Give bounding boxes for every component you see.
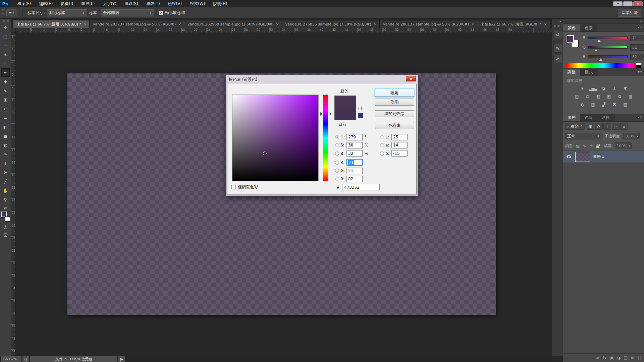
adjustments-panel-tab-tab[interactable]: 樣式 [580,69,597,76]
blend-mode-select[interactable]: 正常 ⇕ [565,133,601,139]
saturation-brightness-field[interactable] [232,95,319,181]
layer-mask-icon[interactable]: ▣ [610,356,613,360]
filter-type-layers-icon[interactable]: T [603,123,611,130]
slider-thumb[interactable] [599,58,602,61]
filter-adjustment-layers-icon[interactable]: ◔ [595,123,603,130]
gradient-tool[interactable]: ◧ [1,123,10,131]
dodge-tool[interactable]: ◐ [1,141,10,149]
layer-thumbnail[interactable] [575,152,590,162]
eraser-tool[interactable]: ▰ [1,114,10,122]
status-icon[interactable]: ◷ [22,356,29,362]
layer-style-icon[interactable]: fx [603,356,606,360]
layers-panel-tab-active[interactable]: 圖層 [563,114,580,121]
curves-icon[interactable]: ◪ [600,85,608,92]
black-swatch[interactable] [636,65,641,68]
color-spectrum-bar[interactable] [566,63,641,68]
link-layers-icon[interactable]: ∞ [596,356,599,360]
layers-panel-tab-tab[interactable]: 色版 [580,114,597,121]
checkbox-checked-icon[interactable]: ✓ [159,11,163,15]
status-menu-arrow-icon[interactable]: ▶ [118,356,125,362]
show-sampling-ring-option[interactable]: ✓ 顯示取樣環 [159,10,185,16]
tool-presets-panel-icon[interactable]: ✐ [553,55,562,63]
white-swatch[interactable] [636,63,641,65]
line-tool[interactable]: ╱ [1,177,10,186]
marquee-tool[interactable]: ⬚ [1,32,10,41]
field-b-input[interactable]: -15 [391,150,408,157]
sample-select[interactable]: 全部圖層 ⇕ [101,9,154,16]
hue-saturation-icon[interactable]: ▤ [573,93,581,100]
layers-panel-tab-tab[interactable]: 路徑 [597,114,614,121]
pen-tool[interactable]: ✑ [1,150,10,159]
hue-slider-left-arrow[interactable] [320,112,322,116]
document-tab[interactable]: yande.re 283737 sample.jpg @ 50% (RGB/8)… [90,20,184,28]
foreground-background-swatches[interactable] [1,212,10,222]
b-value-field[interactable]: 82 [630,54,644,60]
color-balance-icon[interactable]: ⚖ [584,93,592,100]
menu-item[interactable]: 視窗(W) [186,0,209,7]
hue-slider[interactable] [323,95,328,181]
field-S-input[interactable]: 38 [346,142,363,148]
eyedropper-tool[interactable]: ✒ [1,68,10,77]
adjustments-panel-tab-active[interactable]: 調整 [563,69,580,76]
swap-colors-icon[interactable]: ⇄ [4,206,7,209]
quick-mask-button[interactable]: ◎ [3,224,7,229]
opacity-field[interactable]: 100% ▾ [623,133,640,139]
minimize-button[interactable]: ─ [613,1,623,6]
menu-item[interactable]: 檢視(V) [164,0,186,7]
tab-close-icon[interactable]: × [471,22,474,26]
field-a-input[interactable]: 14 [391,142,408,148]
brush-presets-panel-icon[interactable]: ✎ [553,44,562,53]
layer-filter-kind-select[interactable]: ⌕ 種類 ⇕ [565,123,585,130]
path-selection-tool[interactable]: ➤ [1,168,10,177]
crop-tool[interactable]: ⌗ [1,59,10,68]
field-B-input[interactable]: 82 [346,176,363,182]
close-button[interactable]: × [633,1,643,6]
color-libraries-button[interactable]: 色彩庫 [375,122,414,129]
menu-item[interactable]: 影像(I) [57,0,77,7]
new-layer-icon[interactable]: ⊞ [631,356,634,360]
panel-menu-icon[interactable]: ▾≡ [638,70,642,73]
field-L-input[interactable]: 25 [391,134,408,140]
color-lookup-icon[interactable]: ▦ [627,93,635,100]
radio-S[interactable] [335,143,339,147]
blur-tool[interactable]: ● [1,132,10,140]
b-slider[interactable] [588,55,628,58]
radio-a[interactable] [380,143,384,147]
radio-H[interactable] [335,135,339,139]
hand-tool[interactable]: ✋ [1,186,10,195]
horizontal-ruler[interactable]: 6420246810121416182022242628303234363840… [16,28,552,33]
radio-B[interactable] [335,152,339,156]
menu-item[interactable]: 選取(S) [120,0,142,7]
expand-panels-icon[interactable]: » [557,19,563,24]
r-slider[interactable] [588,37,628,39]
filter-pixel-layers-icon[interactable]: ▣ [587,123,594,130]
new-adjustment-layer-icon[interactable]: ◑ [617,356,621,360]
lasso-tool[interactable]: ∽ [1,41,10,50]
vertical-ruler[interactable]: 6420246810121416182022242628303234363840… [11,33,16,356]
tab-close-icon[interactable]: × [178,22,181,26]
visibility-toggle[interactable] [565,155,573,158]
brightness-contrast-icon[interactable]: ☀ [578,85,586,92]
only-web-colors-checkbox[interactable] [231,185,236,189]
layer-row[interactable]: 圖層 3 [563,151,644,163]
zoom-tool[interactable]: ⚲ [1,195,10,204]
hue-slider-right-arrow[interactable] [329,112,331,116]
exposure-icon[interactable]: ± [610,85,619,92]
filter-smart-objects-icon[interactable]: ⧈ [620,123,628,130]
g-value-field[interactable]: 51 [630,44,644,51]
document-tab[interactable]: 未命名-2 @ 66.7% (背景, RGB/8) *× [477,20,550,28]
current-tool-button[interactable]: ✒ ▾ [6,9,16,16]
brush-tool[interactable]: ✎ [1,86,10,95]
lock-position-icon[interactable]: ✛ [589,143,594,148]
tab-close-icon[interactable]: × [276,22,279,26]
workspace-button[interactable]: 基本功能 [618,9,641,17]
lock-all-icon[interactable] [595,143,601,148]
color-panel-tab-active[interactable]: 顏色 [563,24,580,32]
document-tab[interactable]: yande.re 276835 sample.jpg @ 50% (RGB/8#… [282,20,380,28]
document-tab[interactable]: yande.re 262960 sample.jpg @ 50% (RGB/8#… [184,20,282,28]
vibrance-icon[interactable]: ▼ [621,85,629,92]
r-value-field[interactable]: 71 [630,35,644,41]
menu-item[interactable]: 檔案(F) [13,0,35,7]
selective-color-icon[interactable]: ⊠ [610,101,619,108]
radio-G[interactable] [335,169,339,173]
